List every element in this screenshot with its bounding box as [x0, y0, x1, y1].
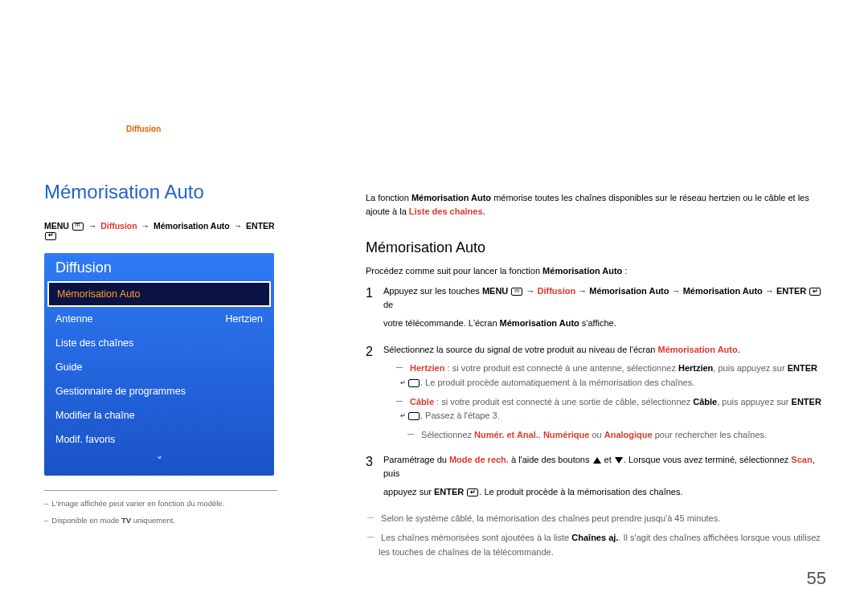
sub-item-cable: Câble : si votre produit est connecté à … — [383, 395, 832, 423]
step-number: 3 — [366, 453, 383, 504]
chevron-down-icon[interactable]: ˅ — [44, 452, 274, 468]
divider — [44, 490, 277, 491]
enter-icon — [809, 288, 821, 296]
enter-icon — [467, 488, 478, 497]
page-number: 55 — [807, 568, 826, 589]
panel-item-gestionnaire[interactable]: Gestionnaire de programmes — [44, 379, 274, 403]
panel-item-favoris[interactable]: Modif. favoris — [44, 427, 274, 452]
step-number: 1 — [366, 284, 383, 335]
footnote-text: uniquement. — [131, 516, 175, 525]
bc-diffusion: Diffusion — [100, 221, 137, 231]
panel-item-label: Liste des chaînes — [55, 337, 133, 349]
step-body: Paramétrage du Mode de rech. à l'aide de… — [383, 453, 832, 504]
note-1: Selon le système câblé, la mémorisation … — [366, 512, 832, 526]
footnote-bold: TV — [121, 516, 131, 525]
enter-icon — [45, 232, 56, 240]
enter-label: ENTER — [246, 221, 275, 231]
menu-icon — [511, 288, 522, 296]
arrow-sep: → — [88, 221, 97, 231]
step-list: 1 Appuyez sur les touches MENU → Diffusi… — [366, 284, 832, 504]
panel-header: Diffusion — [44, 253, 274, 281]
tv-menu-panel: Diffusion Mémorisation Auto Antenne Hert… — [44, 253, 274, 476]
sub-item-hertzien: Hertzien : si votre produit est connecté… — [383, 362, 832, 390]
panel-item-label: Antenne — [55, 313, 93, 325]
step-2: 2 Sélectionnez la source du signal de vo… — [366, 343, 832, 445]
panel-item-selected[interactable]: Mémorisation Auto — [47, 281, 271, 307]
lead-paragraph: Procédez comme suit pour lancer la fonct… — [366, 264, 832, 278]
panel-item-label: Modifier la chaîne — [55, 410, 135, 421]
bc-memauto: Mémorisation Auto — [154, 221, 230, 231]
step-1: 1 Appuyez sur les touches MENU → Diffusi… — [366, 284, 832, 335]
page-title: Mémorisation Auto — [44, 181, 277, 203]
panel-item-antenne[interactable]: Antenne Hertzien — [44, 307, 274, 331]
panel-item-liste[interactable]: Liste des chaînes — [44, 331, 274, 355]
footnote-text: Disponible en mode — [51, 516, 121, 525]
note-2: Les chaînes mémorisées sont ajoutées à l… — [366, 531, 832, 559]
panel-item-guide[interactable]: Guide — [44, 355, 274, 379]
arrow-sep: → — [141, 221, 150, 231]
step-body: Appuyez sur les touches MENU → Diffusion… — [383, 284, 832, 335]
panel-item-label: Mémorisation Auto — [57, 288, 141, 300]
triangle-up-icon — [593, 457, 601, 464]
arrow-sep: → — [234, 221, 243, 231]
footnote-text: L'image affichée peut varier en fonction… — [51, 499, 224, 508]
intro-paragraph: La fonction Mémorisation Auto mémorise t… — [366, 191, 832, 219]
enter-icon — [408, 379, 420, 387]
footnote-2: –Disponible en mode TV uniquement. — [44, 516, 277, 525]
triangle-down-icon — [615, 457, 623, 464]
menu-icon — [72, 223, 84, 231]
section-title: Mémorisation Auto — [366, 239, 832, 256]
panel-item-label: Modif. favoris — [55, 434, 115, 445]
step-3: 3 Paramétrage du Mode de rech. à l'aide … — [366, 453, 832, 504]
sub-item-select: Sélectionnez Numér. et Anal., Numérique … — [383, 428, 832, 443]
right-column: La fonction Mémorisation Auto mémorise t… — [366, 191, 832, 564]
panel-item-label: Gestionnaire de programmes — [55, 386, 186, 397]
panel-item-modifier[interactable]: Modifier la chaîne — [44, 403, 274, 427]
enter-icon — [408, 412, 420, 420]
footnote-1: –L'image affichée peut varier en fonctio… — [44, 499, 277, 508]
panel-item-value: Hertzien — [225, 313, 263, 325]
chapter-link: Diffusion — [126, 125, 161, 133]
step-body: Sélectionnez la source du signal de votr… — [383, 343, 832, 445]
panel-item-label: Guide — [55, 362, 82, 373]
left-column: Mémorisation Auto MENU → Diffusion → Mém… — [44, 181, 277, 533]
menu-label: MENU — [44, 221, 69, 231]
step-number: 2 — [366, 343, 383, 445]
menu-path: MENU → Diffusion → Mémorisation Auto → E… — [44, 221, 277, 240]
